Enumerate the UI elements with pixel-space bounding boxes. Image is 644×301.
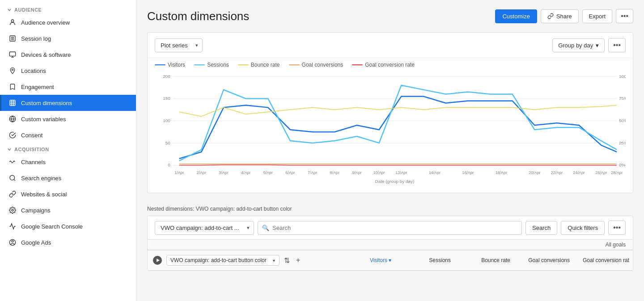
svg-point-8 — [12, 69, 13, 70]
play-button[interactable] — [153, 256, 162, 265]
search-wrapper: 🔍 — [258, 221, 522, 235]
goal-conversion-rate-column-header[interactable]: Goal conversion rat — [573, 253, 633, 268]
group-by-button[interactable]: Group by day ▾ — [552, 38, 605, 52]
sidebar-item-search-engines[interactable]: Search engines — [0, 170, 136, 186]
sort-up-button[interactable]: ⇅ — [282, 255, 292, 266]
sidebar: AUDIENCEAudience overviewSession logDevi… — [0, 0, 136, 301]
sidebar-item-campaigns[interactable]: Campaigns — [0, 202, 136, 218]
svg-text:Date (group by day): Date (group by day) — [375, 179, 415, 184]
person-icon — [8, 18, 17, 26]
search-input[interactable] — [258, 221, 522, 235]
svg-point-18 — [12, 209, 13, 211]
sidebar-item-custom-dimensions[interactable]: Custom dimensions — [0, 95, 136, 111]
svg-text:22/Apr: 22/Apr — [551, 170, 563, 175]
dimension-col-select-wrapper: VWO campaign: add-to-cart button color ▾ — [166, 255, 280, 266]
sidebar-item-label: Audience overview — [21, 19, 70, 26]
plot-series-select-wrapper: Plot series ▾ — [155, 38, 203, 52]
sidebar-item-custom-variables[interactable]: Custom variables — [0, 111, 136, 127]
plot-series-select[interactable]: Plot series — [155, 38, 203, 52]
sidebar-item-session-log[interactable]: Session log — [0, 30, 136, 47]
svg-text:20/Apr: 20/Apr — [529, 170, 540, 175]
svg-text:7/Apr: 7/Apr — [308, 170, 317, 175]
sidebar-item-label: Custom variables — [21, 116, 66, 123]
sidebar-item-consent[interactable]: Consent — [0, 127, 136, 143]
chart-legend: VisitorsSessionsBounce rateGoal conversi… — [148, 58, 633, 70]
table-header: VWO campaign: add-to-cart button color ▾… — [148, 250, 633, 271]
share-button[interactable]: Share — [541, 9, 579, 23]
goal-conversions-column-header[interactable]: Goal conversions — [514, 253, 573, 268]
table-more-button[interactable]: ••• — [608, 220, 626, 235]
section-header-audience: AUDIENCE — [0, 4, 136, 14]
cube-icon — [8, 99, 17, 107]
dimension-column-header: VWO campaign: add-to-cart button color ▾… — [148, 250, 335, 270]
sidebar-item-locations[interactable]: Locations — [0, 63, 136, 79]
legend-item-visitors: Visitors — [155, 62, 185, 68]
sidebar-item-channels[interactable]: Channels — [0, 154, 136, 170]
export-button[interactable]: Export — [582, 9, 613, 23]
svg-text:10/Apr: 10/Apr — [373, 170, 385, 175]
section-header-acquisition: ACQUISITION — [0, 143, 136, 154]
sidebar-item-google-search-console[interactable]: Google Search Console — [0, 218, 136, 234]
add-dimension-button[interactable]: + — [294, 255, 302, 265]
svg-text:6/Apr: 6/Apr — [285, 170, 295, 175]
wave-icon — [8, 158, 17, 166]
legend-item-sessions: Sessions — [194, 62, 229, 68]
quick-filters-button[interactable]: Quick filters — [561, 221, 605, 235]
gear-icon — [8, 206, 17, 214]
all-goals-header: All goals — [148, 239, 633, 250]
sidebar-item-google-ads[interactable]: Google Ads — [0, 234, 136, 250]
svg-text:5/Apr: 5/Apr — [263, 170, 273, 175]
svg-text:150: 150 — [163, 96, 170, 101]
chart-more-button[interactable]: ••• — [608, 38, 626, 52]
customize-button[interactable]: Customize — [495, 9, 537, 23]
svg-marker-56 — [157, 259, 160, 262]
legend-line-visitors — [155, 64, 165, 65]
sidebar-item-label: Search engines — [21, 175, 61, 182]
sidebar-item-devices-software[interactable]: Devices & software — [0, 47, 136, 63]
svg-point-0 — [11, 20, 13, 22]
svg-text:50: 50 — [165, 140, 171, 145]
sidebar-item-label: Google Search Console — [21, 223, 83, 230]
svg-line-17 — [14, 179, 15, 181]
svg-text:12/Apr: 12/Apr — [395, 170, 407, 175]
svg-rect-5 — [9, 52, 15, 56]
bounce-rate-column-header[interactable]: Bounce rate — [454, 253, 514, 268]
chevron-down-icon: ▾ — [596, 42, 599, 49]
legend-item-bounce-rate: Bounce rate — [238, 62, 280, 68]
chart-toolbar: Plot series ▾ Group by day ▾ ••• — [148, 33, 633, 58]
sidebar-item-audience-overview[interactable]: Audience overview — [0, 14, 136, 30]
more-actions-button[interactable]: ••• — [616, 9, 633, 23]
main-content: Custom dimensions Customize Share Export… — [136, 0, 644, 301]
svg-text:0%: 0% — [619, 162, 626, 167]
dimension-col-select[interactable]: VWO campaign: add-to-cart button color — [166, 255, 280, 266]
pin-icon — [8, 67, 17, 75]
chevron-down-icon — [7, 8, 12, 12]
sidebar-item-label: Engagement — [21, 84, 54, 90]
check-circle-icon — [8, 131, 17, 139]
svg-text:24/Apr: 24/Apr — [573, 170, 585, 175]
visitors-column-header[interactable]: Visitors ▾ — [335, 253, 395, 268]
dimension-select[interactable]: VWO campaign: add-to-cart ... — [155, 221, 254, 235]
svg-text:26/Apr: 26/Apr — [595, 170, 607, 175]
sessions-column-header[interactable]: Sessions — [395, 253, 454, 268]
sidebar-item-label: Session log — [21, 35, 51, 42]
sidebar-item-engagement[interactable]: Engagement — [0, 79, 136, 95]
page-title: Custom dimensions — [147, 9, 249, 23]
chart-area: 200 150 100 50 0 100% 75% 50% 25% 0% — [148, 70, 633, 193]
sidebar-item-websites-social[interactable]: Websites & social — [0, 186, 136, 202]
sidebar-item-label: Google Ads — [21, 239, 51, 246]
header-actions: Customize Share Export ••• — [495, 9, 633, 23]
page-header: Custom dimensions Customize Share Export… — [147, 9, 633, 23]
search-button[interactable]: Search — [525, 221, 557, 235]
svg-text:28/Apr: 28/Apr — [611, 170, 623, 175]
search-grid-icon — [8, 174, 17, 182]
dimension-select-wrapper: VWO campaign: add-to-cart ... ▾ — [155, 221, 254, 235]
sidebar-item-label: Consent — [21, 132, 42, 139]
legend-line-sessions — [194, 64, 205, 65]
legend-item-goal-conversions: Goal conversions — [289, 62, 343, 68]
monitor-icon — [8, 51, 17, 59]
legend-line-goal-conversions — [289, 64, 300, 65]
svg-rect-9 — [10, 100, 15, 106]
svg-text:14/Apr: 14/Apr — [429, 170, 441, 175]
sidebar-item-label: Custom dimensions — [21, 100, 72, 106]
